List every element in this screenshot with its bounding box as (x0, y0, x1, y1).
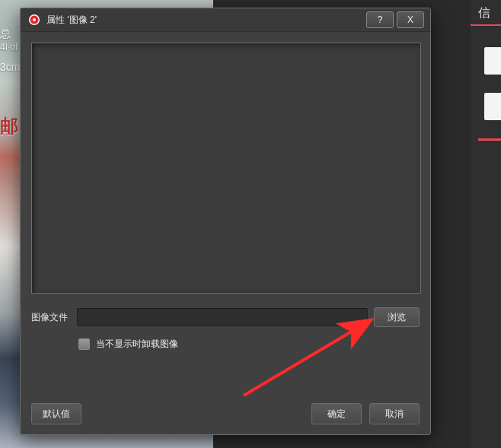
right-sidebar-title: 信 (471, 0, 501, 26)
unload-image-checkbox[interactable] (78, 338, 90, 350)
dialog-titlebar[interactable]: 属性 '图像 2' ? X (21, 8, 430, 32)
help-button[interactable]: ? (366, 11, 394, 28)
defaults-button[interactable]: 默认值 (31, 403, 81, 424)
dialog-footer: 默认值 确定 取消 (31, 403, 420, 424)
ok-button[interactable]: 确定 (311, 403, 362, 424)
bg-text-3: 3cm (0, 61, 20, 73)
unload-image-checkbox-row: 当不显示时卸载图像 (78, 338, 420, 351)
bg-text-2: 4I·of (0, 42, 18, 52)
unload-image-checkbox-label: 当不显示时卸载图像 (96, 338, 178, 351)
image-file-label: 图像文件 (31, 311, 71, 324)
bg-text-1: 总 (0, 27, 11, 41)
image-preview-area (31, 43, 421, 294)
close-button[interactable]: X (397, 11, 424, 28)
right-panel-card[interactable] (484, 93, 501, 120)
dialog-title: 属性 '图像 2' (46, 14, 366, 27)
right-panel-underline (478, 138, 501, 141)
svg-point-2 (33, 18, 36, 21)
bg-text-red: 邮 (0, 114, 18, 138)
right-panel-card[interactable] (484, 47, 501, 75)
browse-button[interactable]: 浏览 (374, 307, 420, 327)
app-icon (28, 14, 40, 26)
cancel-button[interactable]: 取消 (369, 403, 420, 424)
properties-dialog: 属性 '图像 2' ? X 图像文件 浏览 当不显示时卸载图像 默认值 确定 取… (20, 8, 431, 435)
dialog-body: 图像文件 浏览 当不显示时卸载图像 默认值 确定 取消 (21, 32, 430, 435)
app-background: 总 4I·of 3cm 邮 信 属性 '图像 2' ? X 图像文件 (0, 0, 501, 448)
image-file-input[interactable] (77, 308, 368, 326)
image-file-row: 图像文件 浏览 (31, 307, 420, 327)
